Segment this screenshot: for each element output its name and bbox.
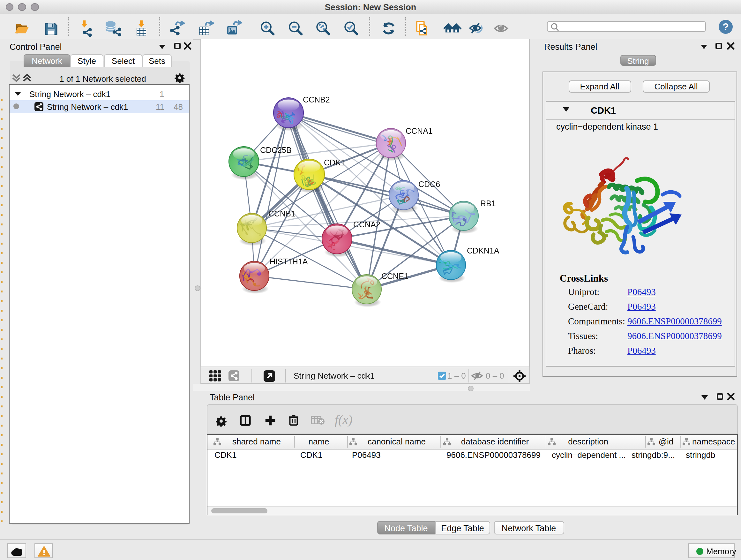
svg-text:CDK1: CDK1	[324, 158, 345, 167]
svg-text:CCNB1: CCNB1	[268, 209, 295, 218]
svg-text:RB1: RB1	[480, 199, 496, 208]
svg-text:HIST1H1A: HIST1H1A	[270, 257, 308, 266]
svg-text:CCNE1: CCNE1	[381, 272, 408, 281]
svg-text:CCNA1: CCNA1	[406, 126, 433, 135]
svg-text:CDKN1A: CDKN1A	[467, 246, 499, 255]
svg-text:CDC25B: CDC25B	[260, 145, 292, 154]
svg-text:?: ?	[723, 21, 729, 33]
svg-text:CCNB2: CCNB2	[303, 95, 330, 104]
svg-text:CDC6: CDC6	[418, 180, 440, 189]
svg-text:CCNA2: CCNA2	[353, 220, 381, 229]
